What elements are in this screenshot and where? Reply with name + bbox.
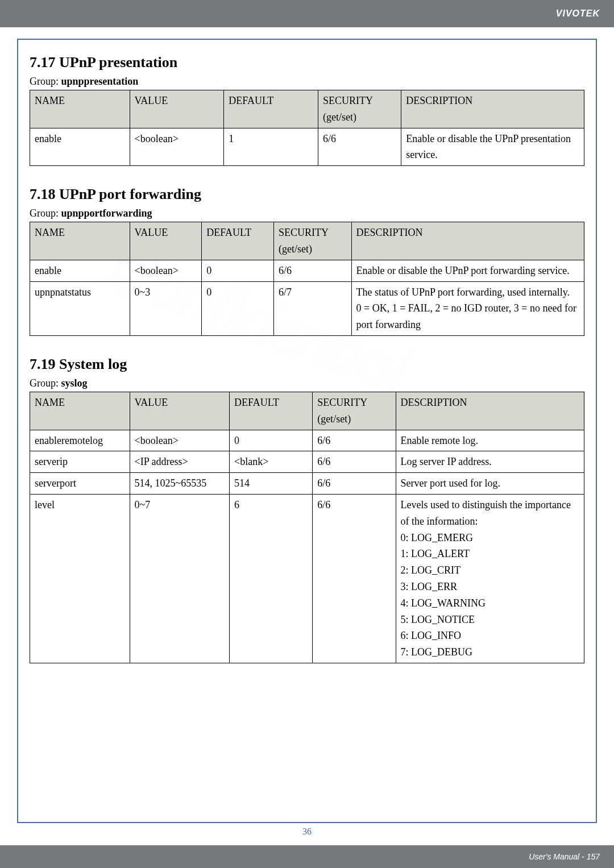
cell-name: serverport <box>30 473 130 495</box>
col-description: DESCRIPTION <box>396 392 584 430</box>
group-label: Group: <box>30 207 61 219</box>
cell-description: The status of UPnP port forwarding, used… <box>351 281 584 335</box>
col-name: NAME <box>30 392 130 430</box>
cell-name: enableremotelog <box>30 430 130 451</box>
col-value: VALUE <box>130 222 202 260</box>
col-security: SECURITY (get/set) <box>313 392 396 430</box>
table-718: NAME VALUE DEFAULT SECURITY (get/set) DE… <box>30 222 584 336</box>
col-security: SECURITY (get/set) <box>274 222 352 260</box>
col-description: DESCRIPTION <box>401 90 584 128</box>
bottom-bar: User's Manual - 157 <box>0 845 614 868</box>
table-row: upnpnatstatus 0~3 0 6/7 The status of UP… <box>30 281 584 335</box>
cell-security: 6/7 <box>274 281 352 335</box>
table-row: level 0~7 6 6/6 Levels used to distingui… <box>30 494 584 663</box>
table-header-row: NAME VALUE DEFAULT SECURITY (get/set) DE… <box>30 222 584 260</box>
cell-default: 514 <box>230 473 313 495</box>
cell-name: level <box>30 494 130 663</box>
section-title-719: 7.19 System log <box>30 356 584 373</box>
brand-label: VIVOTEK <box>556 9 600 19</box>
inner-page-number: 36 <box>302 827 312 837</box>
cell-default: 0 <box>202 281 274 335</box>
cell-default: 6 <box>230 494 313 663</box>
cell-security: 6/6 <box>274 260 352 281</box>
cell-security: 6/6 <box>318 128 401 166</box>
cell-value: <boolean> <box>130 430 230 451</box>
table-header-row: NAME VALUE DEFAULT SECURITY (get/set) DE… <box>30 392 584 430</box>
table-header-row: NAME VALUE DEFAULT SECURITY (get/set) DE… <box>30 90 584 128</box>
group-label: Group: <box>30 76 61 87</box>
cell-value: <boolean> <box>130 128 224 166</box>
cell-name: enable <box>30 128 130 166</box>
col-description: DESCRIPTION <box>351 222 584 260</box>
cell-value: 0~7 <box>130 494 230 663</box>
col-value: VALUE <box>130 90 224 128</box>
col-default: DEFAULT <box>230 392 313 430</box>
page-wrap: Confidential 7.17 UPnP presentation Grou… <box>0 27 614 823</box>
cell-security: 6/6 <box>313 494 396 663</box>
cell-security: 6/6 <box>313 451 396 473</box>
table-row: serverport 514, 1025~65535 514 6/6 Serve… <box>30 473 584 495</box>
cell-name: enable <box>30 260 130 281</box>
cell-name: upnpnatstatus <box>30 281 130 335</box>
group-label: Group: <box>30 377 61 389</box>
table-row: serverip <IP address> <blank> 6/6 Log se… <box>30 451 584 473</box>
col-name: NAME <box>30 222 130 260</box>
table-719: NAME VALUE DEFAULT SECURITY (get/set) DE… <box>30 392 584 663</box>
cell-value: <boolean> <box>130 260 202 281</box>
col-default: DEFAULT <box>202 222 274 260</box>
table-row: enableremotelog <boolean> 0 6/6 Enable r… <box>30 430 584 451</box>
cell-security: 6/6 <box>313 430 396 451</box>
cell-default: <blank> <box>230 451 313 473</box>
cell-description: Log server IP address. <box>396 451 584 473</box>
group-name: syslog <box>61 377 88 389</box>
group-name: upnppresentation <box>61 76 139 87</box>
cell-description: Server port used for log. <box>396 473 584 495</box>
section-title-717: 7.17 UPnP presentation <box>30 54 584 71</box>
col-security: SECURITY (get/set) <box>318 90 401 128</box>
cell-description: Levels used to distinguish the importanc… <box>396 494 584 663</box>
top-bar: VIVOTEK <box>0 0 614 27</box>
section-title-718: 7.18 UPnP port forwarding <box>30 186 584 203</box>
cell-description: Enable or disable the UPnP presentation … <box>401 128 584 166</box>
cell-default: 1 <box>224 128 318 166</box>
cell-description: Enable or disable the UPnP port forwardi… <box>351 260 584 281</box>
table-717: NAME VALUE DEFAULT SECURITY (get/set) DE… <box>30 90 584 166</box>
col-value: VALUE <box>130 392 230 430</box>
cell-value: 514, 1025~65535 <box>130 473 230 495</box>
table-row: enable <boolean> 0 6/6 Enable or disable… <box>30 260 584 281</box>
cell-value: <IP address> <box>130 451 230 473</box>
cell-value: 0~3 <box>130 281 202 335</box>
group-line-717: Group: upnppresentation <box>30 76 584 88</box>
cell-name: serverip <box>30 451 130 473</box>
table-row: enable <boolean> 1 6/6 Enable or disable… <box>30 128 584 166</box>
cell-default: 0 <box>230 430 313 451</box>
group-name: upnpportforwarding <box>61 207 152 219</box>
content-box: Confidential 7.17 UPnP presentation Grou… <box>17 39 597 823</box>
cell-security: 6/6 <box>313 473 396 495</box>
cell-default: 0 <box>202 260 274 281</box>
cell-description: Enable remote log. <box>396 430 584 451</box>
group-line-719: Group: syslog <box>30 377 584 389</box>
group-line-718: Group: upnpportforwarding <box>30 207 584 219</box>
col-name: NAME <box>30 90 130 128</box>
col-default: DEFAULT <box>224 90 318 128</box>
footer-text: User's Manual - 157 <box>529 852 600 861</box>
